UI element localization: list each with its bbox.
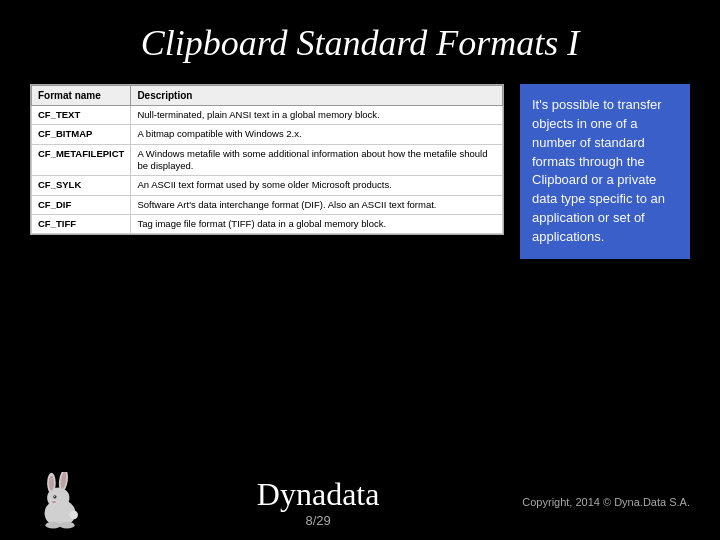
table-row: CF_TEXTNull-terminated, plain ANSI text …: [32, 106, 503, 125]
table-cell-format: CF_METAFILEPICT: [32, 144, 131, 176]
formats-table: Format name Description CF_TEXTNull-term…: [31, 85, 503, 234]
table-cell-description: A bitmap compatible with Windows 2.x.: [131, 125, 503, 144]
svg-point-6: [53, 495, 56, 498]
info-box-text: It's possible to transfer objects in one…: [532, 97, 665, 244]
svg-point-11: [59, 522, 74, 529]
formats-table-container: Format name Description CF_TEXTNull-term…: [30, 84, 504, 235]
table-cell-description: Tag image file format (TIFF) data in a g…: [131, 215, 503, 234]
col-header-format: Format name: [32, 86, 131, 106]
brand-name: Dynadata: [257, 476, 380, 513]
svg-point-3: [49, 475, 54, 490]
svg-point-8: [52, 501, 55, 503]
table-cell-description: Software Art's data interchange format (…: [131, 195, 503, 214]
rabbit-logo-icon: [30, 472, 90, 532]
table-cell-description: Null-terminated, plain ANSI text in a gl…: [131, 106, 503, 125]
table-cell-format: CF_TEXT: [32, 106, 131, 125]
table-cell-format: CF_BITMAP: [32, 125, 131, 144]
table-row: CF_DIFSoftware Art's data interchange fo…: [32, 195, 503, 214]
logo-area: [30, 472, 90, 532]
table-row: CF_BITMAPA bitmap compatible with Window…: [32, 125, 503, 144]
table-cell-format: CF_SYLK: [32, 176, 131, 195]
table-row: CF_SYLKAn ASCII text format used by some…: [32, 176, 503, 195]
info-box: It's possible to transfer objects in one…: [520, 84, 690, 259]
footer-center: Dynadata 8/29: [106, 476, 522, 528]
col-header-description: Description: [131, 86, 503, 106]
table-row: CF_TIFFTag image file format (TIFF) data…: [32, 215, 503, 234]
content-area: Format name Description CF_TEXTNull-term…: [0, 74, 720, 259]
svg-point-10: [45, 522, 60, 529]
table-row: CF_METAFILEPICTA Windows metafile with s…: [32, 144, 503, 176]
slide-title: Clipboard Standard Formats I: [0, 0, 720, 74]
svg-point-9: [69, 511, 78, 520]
table-cell-description: A Windows metafile with some additional …: [131, 144, 503, 176]
slide: Clipboard Standard Formats I Format name…: [0, 0, 720, 540]
table-cell-description: An ASCII text format used by some older …: [131, 176, 503, 195]
table-cell-format: CF_TIFF: [32, 215, 131, 234]
page-number: 8/29: [305, 513, 330, 528]
svg-point-7: [54, 496, 55, 497]
copyright-text: Copyright, 2014 © Dyna.Data S.A.: [522, 496, 690, 508]
footer: Dynadata 8/29 Copyright, 2014 © Dyna.Dat…: [0, 464, 720, 540]
table-cell-format: CF_DIF: [32, 195, 131, 214]
